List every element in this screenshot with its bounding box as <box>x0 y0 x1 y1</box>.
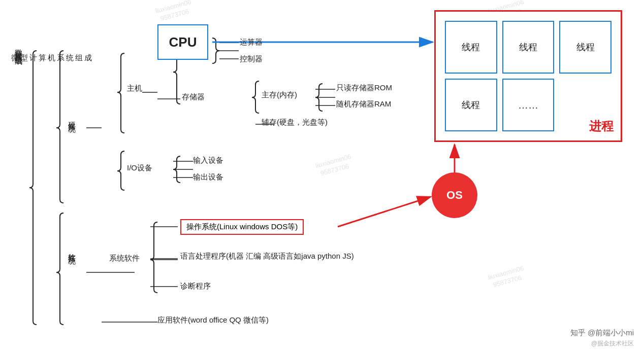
rom-label: 只读存储器ROM <box>336 83 392 93</box>
io-label: I/O设备 <box>127 163 152 173</box>
svg-line-24 <box>338 197 431 227</box>
thread-box-dots: …… <box>502 79 555 131</box>
calculator-label: 运算器 <box>240 38 263 47</box>
output-label: 输出设备 <box>193 172 223 182</box>
host-label: 主机 <box>127 84 142 93</box>
main-container: liuxiaomin06 95873706 liuxiaomin06 95873… <box>0 0 644 353</box>
input-label: 输入设备 <box>193 156 223 165</box>
main-storage-label: 主存(内存) <box>262 90 297 100</box>
sys-software-label: 系统软件 <box>109 254 140 263</box>
process-box: 线程 线程 线程 线程 …… 进程 <box>434 10 622 142</box>
site-tag: @掘金技术社区 <box>591 339 634 348</box>
watermark-1: liuxiaomin06 <box>154 0 192 15</box>
storage-label: 存储器 <box>182 92 205 102</box>
ram-label: 随机存储器RAM <box>336 99 391 109</box>
attribution: 知乎 @前端小小mi <box>570 328 634 338</box>
thread-box-4: 线程 <box>445 79 497 131</box>
aux-storage-label: 辅存(硬盘，光盘等) <box>262 118 328 127</box>
process-label: 进程 <box>589 118 614 134</box>
root-label: 微型计算机系统组成 <box>13 43 24 52</box>
controller-label: 控制器 <box>240 54 263 64</box>
thread-box-1: 线程 <box>445 21 497 74</box>
watermark-7: liuxiaomin06 <box>487 264 525 281</box>
thread-box-2: 线程 <box>502 21 555 74</box>
watermark-2: 95873706 <box>159 8 190 22</box>
os-highlight-box: 操作系统(Linux windows DOS等) <box>180 219 304 235</box>
cpu-box: CPU <box>157 24 208 60</box>
watermark-5: liuxiaomin06 <box>314 153 352 169</box>
thread-box-3: 线程 <box>559 21 611 74</box>
os-circle: OS <box>432 172 477 218</box>
hardware-label: 硬件系统 <box>66 116 78 120</box>
root-label: 微型计算机系统组成 <box>11 51 93 64</box>
app-label: 应用软件(word office QQ 微信等) <box>157 315 269 325</box>
diag-label: 诊断程序 <box>180 281 211 291</box>
watermark-6: 95873706 <box>319 162 350 177</box>
watermark-8: 95873706 <box>492 274 523 289</box>
lang-label: 语言处理程序(机器 汇编 高级语言如java python JS) <box>180 252 354 261</box>
software-label: 软件系统 <box>66 248 78 252</box>
